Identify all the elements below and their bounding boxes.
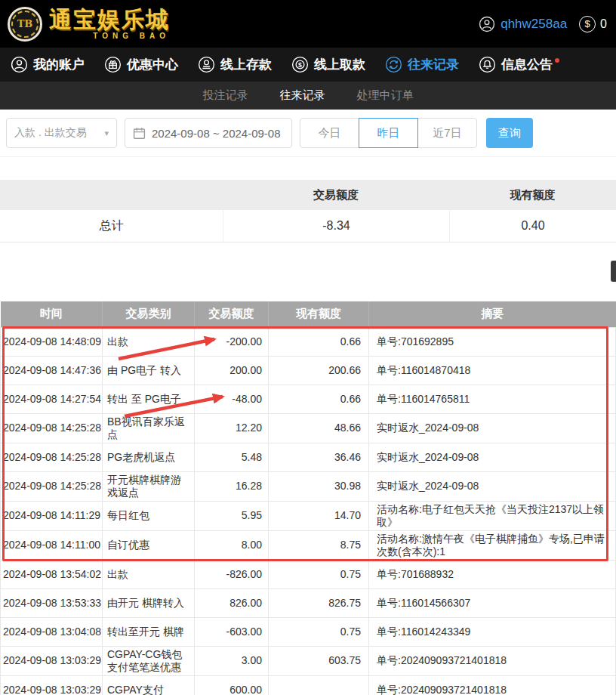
cell-type: 出款 xyxy=(103,560,195,588)
today-button[interactable]: 今日 xyxy=(300,118,359,148)
cell-balance: 36.46 xyxy=(269,443,369,471)
user-account-link[interactable]: qhhw258aa xyxy=(479,16,567,32)
table-row: 2024-09-08 14:27:54转出 至 PG电子-48.000.66单号… xyxy=(1,385,616,413)
transaction-type-select[interactable]: 入款 . 出款交易 ▾ xyxy=(6,118,117,148)
cell-amount: -603.00 xyxy=(195,617,269,646)
summary-section: 交易额度 现有额度 总计 -8.34 0.40 xyxy=(0,180,616,242)
nav-item-announcements[interactable]: 信息公告 xyxy=(479,56,553,73)
date-quick-buttons: 今日 昨日 近7日 xyxy=(300,118,477,148)
table-row: 2024-09-08 14:48:09出款-200.000.66单号:70169… xyxy=(1,327,616,356)
summary-header: 交易额度 现有额度 xyxy=(0,180,616,210)
cell-summary: 单号:701688932 xyxy=(369,560,616,588)
tab-betting-records[interactable]: 投注记录 xyxy=(203,88,248,103)
summary-col-transaction-amount: 交易额度 xyxy=(223,188,449,202)
yesterday-button[interactable]: 昨日 xyxy=(359,118,418,148)
nav-item-promotions[interactable]: 优惠中心 xyxy=(104,56,178,73)
table-row: 2024-09-08 14:25:28开元棋牌棋牌游戏返点16.2830.98实… xyxy=(1,471,616,501)
bell-icon xyxy=(479,56,496,73)
filter-bar: 入款 . 出款交易 ▾ 2024-09-08 ~ 2024-09-08 今日 昨… xyxy=(0,110,616,157)
date-range-input[interactable]: 2024-09-08 ~ 2024-09-08 xyxy=(125,118,292,148)
summary-transaction-total: -8.34 xyxy=(223,210,449,242)
cell-summary: 活动名称:激情午夜《电子棋牌捕鱼》专场,已申请次数(含本次):1 xyxy=(369,530,616,560)
cell-time: 2024-09-08 14:47:36 xyxy=(1,356,103,385)
svg-text:$: $ xyxy=(298,61,302,69)
cell-summary: 单号:202409093721401818 xyxy=(369,675,616,695)
gift-icon xyxy=(104,56,122,73)
nav-item-withdraw[interactable]: $ 线上取款 xyxy=(291,56,365,73)
header-summary: 摘要 xyxy=(369,301,616,327)
summary-total-row: 总计 -8.34 0.40 xyxy=(0,210,616,242)
cell-type: 自订优惠 xyxy=(103,530,195,560)
cell-type: CGPAY-CG钱包支付笔笔送优惠 xyxy=(103,646,195,675)
cell-type: 转出 至 PG电子 xyxy=(103,385,195,413)
cell-time: 2024-09-08 13:04:08 xyxy=(1,617,103,646)
summary-balance-total: 0.40 xyxy=(449,210,616,242)
cell-balance: 0.75 xyxy=(269,560,369,588)
cell-type: 每日红包 xyxy=(103,501,195,530)
notification-dot xyxy=(555,58,559,63)
search-button[interactable]: 查询 xyxy=(486,118,533,148)
cell-time: 2024-09-08 14:48:09 xyxy=(1,327,103,356)
nav-item-deposit[interactable]: 线上存款 xyxy=(198,56,272,73)
cell-balance: 200.66 xyxy=(269,356,369,385)
cell-amount: 600.00 xyxy=(195,675,269,695)
cell-balance: 826.75 xyxy=(269,588,369,617)
nav-label: 我的账户 xyxy=(33,56,85,73)
chevron-down-icon: ▾ xyxy=(104,128,109,138)
summary-total-label: 总计 xyxy=(0,210,223,242)
cell-type: 转出至开元 棋牌 xyxy=(103,617,195,646)
tab-processing-orders[interactable]: 处理中订单 xyxy=(357,88,414,103)
cell-balance: 0.66 xyxy=(269,385,369,413)
user-icon xyxy=(479,16,495,32)
cell-time: 2024-09-08 14:25:28 xyxy=(1,443,103,471)
table-row: 2024-09-08 14:11:00自订优惠8.008.75活动名称:激情午夜… xyxy=(1,530,616,560)
nav-item-my-account[interactable]: 我的账户 xyxy=(11,56,85,73)
cell-time: 2024-09-08 13:03:29 xyxy=(1,675,103,695)
cell-time: 2024-09-08 14:25:28 xyxy=(1,413,103,443)
main-nav: 我的账户 优惠中心 线上存款 $ 线上取款 往来记录 信息公告 xyxy=(0,48,616,82)
nav-label: 优惠中心 xyxy=(127,56,178,73)
cell-time: 2024-09-08 14:11:00 xyxy=(1,530,103,560)
last-7-days-button[interactable]: 近7日 xyxy=(417,118,477,148)
nav-label: 信息公告 xyxy=(501,56,553,73)
cell-type: 出款 xyxy=(103,327,195,356)
header-time: 时间 xyxy=(1,301,103,327)
withdraw-icon: $ xyxy=(291,56,309,73)
cell-time: 2024-09-08 14:11:29 xyxy=(1,501,103,530)
floating-widget[interactable] xyxy=(611,261,616,282)
cell-balance: 30.98 xyxy=(269,471,369,501)
transfer-records-icon xyxy=(385,56,402,73)
deposit-icon xyxy=(198,56,215,73)
cell-balance: 603.75 xyxy=(269,646,369,675)
balance-value: 0 xyxy=(600,17,607,31)
dollar-icon: $ xyxy=(579,16,596,32)
casino-chip-icon: TB xyxy=(8,7,42,42)
nav-item-transfer-records[interactable]: 往来记录 xyxy=(385,56,459,73)
cell-amount: 5.95 xyxy=(195,501,269,530)
cell-amount: 826.00 xyxy=(195,588,269,617)
cell-amount: 8.00 xyxy=(195,530,269,560)
top-header: TB 通宝娱乐城 TONG BAO qhhw258aa $ 0 xyxy=(0,0,616,48)
cell-summary: 单号:116014566307 xyxy=(369,588,616,617)
tab-transfer-records[interactable]: 往来记录 xyxy=(280,88,325,103)
records-table: 时间 交易类别 交易额度 现有额度 摘要 2024-09-08 14:48:09… xyxy=(0,301,616,695)
cell-summary: 活动名称:电子红包天天抢《当天投注2137以上领取》 xyxy=(369,501,616,530)
site-title: 通宝娱乐城 xyxy=(49,8,170,32)
cell-summary: 单号:116014870418 xyxy=(369,356,616,385)
table-row: 2024-09-08 14:11:29每日红包5.9514.70活动名称:电子红… xyxy=(1,501,616,530)
username: qhhw258aa xyxy=(500,17,567,32)
wallet-balance[interactable]: $ 0 xyxy=(579,16,607,32)
table-row: 2024-09-08 13:03:29CGPAY支付600.00单号:20240… xyxy=(1,675,616,695)
nav-label: 线上存款 xyxy=(220,56,272,73)
cell-amount: 12.20 xyxy=(195,413,269,443)
table-row: 2024-09-08 14:25:28BB视讯百家乐返点12.2048.66实时… xyxy=(1,413,616,443)
cell-balance: 14.70 xyxy=(269,501,369,530)
site-logo[interactable]: TB 通宝娱乐城 TONG BAO xyxy=(8,7,170,42)
cell-type: BB视讯百家乐返点 xyxy=(103,413,195,443)
user-icon xyxy=(11,56,28,73)
cell-amount: 5.48 xyxy=(195,443,269,471)
records-table-wrap: 时间 交易类别 交易额度 现有额度 摘要 2024-09-08 14:48:09… xyxy=(0,301,616,695)
cell-type: CGPAY支付 xyxy=(103,675,195,695)
summary-col-current-balance: 现有额度 xyxy=(449,188,616,202)
cell-amount: -48.00 xyxy=(195,385,269,413)
